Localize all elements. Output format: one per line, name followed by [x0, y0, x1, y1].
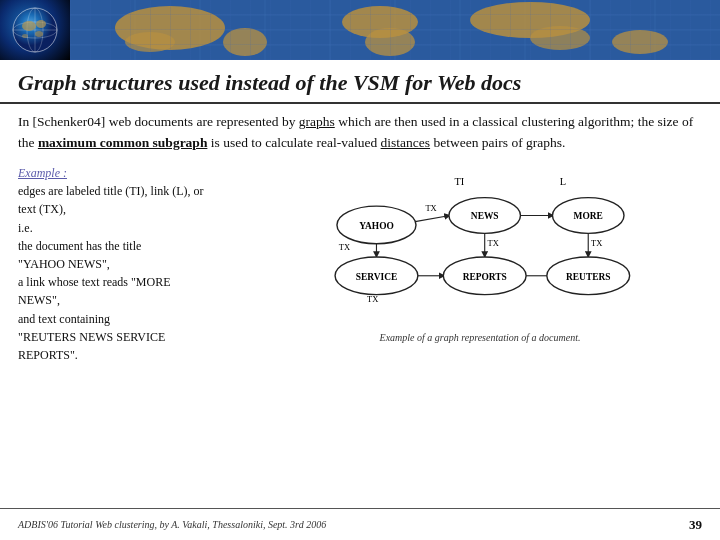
node-more: MORE [574, 211, 603, 221]
graphs-underline: graphs [299, 114, 335, 129]
node-reuters: REUTERS [566, 271, 610, 281]
example-line-10: REPORTS". [18, 348, 78, 362]
svg-point-27 [530, 26, 590, 50]
distances-underline: distances [381, 135, 431, 150]
svg-point-6 [36, 20, 46, 28]
graph-diagram: TI L TX TX TX TX [258, 164, 702, 343]
node-yahoo: YAHOO [359, 221, 394, 231]
svg-point-29 [223, 28, 267, 56]
example-line-9: "REUTERS NEWS SERVICE [18, 330, 165, 344]
svg-point-8 [22, 34, 28, 38]
edge-tx4: TX [339, 242, 350, 252]
svg-point-26 [470, 2, 590, 38]
svg-rect-9 [70, 0, 720, 60]
example-line-8: and text containing [18, 312, 110, 326]
example-line-1: edges are labeled title (TI), link (L), … [18, 184, 204, 198]
svg-line-30 [412, 215, 450, 222]
footer-citation: ADBIS'06 Tutorial Web clustering, by A. … [18, 519, 326, 530]
main-paragraph: In [Schenker04] web documents are repres… [18, 112, 702, 154]
node-service: SERVICE [356, 271, 398, 281]
svg-point-7 [35, 31, 43, 37]
globe-icon [11, 6, 59, 54]
graph-svg: TI L TX TX TX TX [320, 168, 640, 328]
ti-label: TI [454, 176, 464, 187]
max-common-subgraph: maximum common subgraph [38, 135, 208, 150]
header-globe [0, 0, 70, 60]
example-label: Example : [18, 166, 67, 180]
svg-point-23 [125, 32, 175, 52]
graph-caption: Example of a graph representation of a d… [380, 332, 581, 343]
example-line-6: a link whose text reads "MORE [18, 275, 171, 289]
example-text-block: Example : edges are labeled title (TI), … [18, 164, 248, 365]
svg-point-28 [612, 30, 668, 54]
slide-title: Graph structures used instead of the VSM… [0, 60, 720, 104]
svg-point-25 [365, 28, 415, 56]
example-line-3: i.e. [18, 221, 33, 235]
edge-tx3: TX [591, 237, 602, 247]
node-reports: REPORTS [463, 271, 507, 281]
edge-tx2: TX [488, 237, 499, 247]
example-section: Example : edges are labeled title (TI), … [18, 164, 702, 365]
l-label: L [560, 176, 566, 187]
example-line-4: the document has the title [18, 239, 141, 253]
svg-point-24 [342, 6, 418, 38]
edge-tx1: TX [425, 203, 436, 213]
header-map [70, 0, 720, 60]
footer-page-number: 39 [689, 517, 702, 533]
svg-point-5 [22, 21, 36, 31]
footer: ADBIS'06 Tutorial Web clustering, by A. … [0, 508, 720, 540]
svg-point-22 [115, 6, 225, 50]
example-line-5: "YAHOO NEWS", [18, 257, 110, 271]
header-banner [0, 0, 720, 60]
node-news: NEWS [471, 211, 499, 221]
example-line-7: NEWS", [18, 293, 60, 307]
content-area: In [Schenker04] web documents are repres… [0, 112, 720, 364]
example-line-2: text (TX), [18, 202, 66, 216]
edge-tx-service: TX [367, 294, 378, 304]
